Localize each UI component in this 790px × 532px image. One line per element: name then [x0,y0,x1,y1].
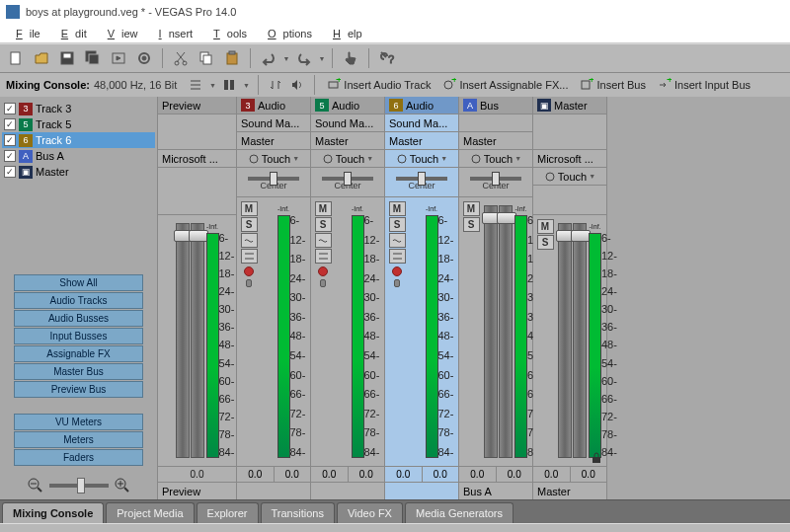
pan-control[interactable]: Center [311,168,384,197]
open-button[interactable] [30,46,53,70]
pan-control[interactable]: Center [459,168,532,197]
mute-button[interactable]: M [389,201,406,216]
redo-button[interactable] [292,46,316,70]
undo-dropdown[interactable]: ▼ [282,55,290,62]
speaker-button[interactable] [288,76,306,94]
help-button[interactable]: ? [375,46,399,70]
save-all-button[interactable] [81,46,105,70]
channel-output[interactable]: Master [533,482,606,499]
channel-output[interactable] [311,482,384,499]
save-button[interactable] [55,46,79,70]
tab-video-fx[interactable]: Video FX [337,502,403,523]
channel-output[interactable]: Preview [158,482,236,499]
track-row[interactable]: ✓3Track 3 [2,101,155,116]
channel-io-row[interactable]: Microsoft ... [533,150,606,168]
channel-fx-row[interactable]: Sound Ma... [237,114,310,132]
audio-busses-button[interactable]: Audio Busses [14,310,143,327]
fader[interactable] [558,223,572,458]
automation-touch[interactable]: Touch▼ [237,150,310,168]
solo-button[interactable]: S [315,217,332,232]
track-row[interactable]: ✓ABus A [2,148,155,164]
track-checkbox[interactable]: ✓ [4,150,16,162]
record-button[interactable] [392,266,402,276]
record-button[interactable] [318,266,328,276]
menu-tools[interactable]: Tools [199,26,254,41]
faders-button[interactable]: Faders [14,449,143,466]
fader[interactable] [191,223,204,458]
undo-button[interactable] [257,46,280,70]
cut-button[interactable] [169,46,193,70]
automation-touch[interactable]: Touch▼ [533,168,606,186]
insert-assignable-fx-button[interactable]: +Insert Assignable FX... [438,77,572,93]
tab-transitions[interactable]: Transitions [261,502,335,523]
vu-meters-button[interactable]: VU Meters [14,414,143,430]
channel-send-row[interactable]: Master [459,132,532,150]
new-button[interactable] [4,46,28,70]
overview-dropdown[interactable]: ▼ [242,82,250,89]
meters-button[interactable]: Meters [14,431,143,448]
tab-project-media[interactable]: Project Media [106,502,194,523]
phase-button[interactable] [241,249,258,264]
channel-header[interactable]: 5Audio [311,97,384,114]
show-all-button[interactable]: Show All [14,274,143,291]
tab-mixing-console[interactable]: Mixing Console [2,502,104,523]
channel-fx-row[interactable] [533,114,606,150]
channel-header[interactable]: 6Audio [385,97,458,114]
list-button[interactable] [187,76,204,94]
redo-dropdown[interactable]: ▼ [318,55,326,62]
preview-bus-button[interactable]: Preview Bus [14,381,143,398]
track-checkbox[interactable]: ✓ [4,134,16,146]
assignable-fx-button[interactable]: Assignable FX [14,345,143,362]
channel-send-row[interactable]: Master [311,132,384,150]
phase-button[interactable] [389,249,406,264]
render-button[interactable] [107,46,130,70]
menu-help[interactable]: Help [319,26,369,41]
channel-output[interactable] [237,482,310,499]
pan-control[interactable]: Center [385,168,458,197]
channel-send-row[interactable]: Master [237,132,310,150]
solo-button[interactable]: S [537,235,554,250]
dim-button[interactable] [267,76,284,94]
list-dropdown[interactable]: ▼ [208,82,216,89]
insert-bus-button[interactable]: +Insert Bus [576,77,650,93]
master-bus-button[interactable]: Master Bus [14,363,143,380]
fx-button[interactable] [389,233,406,248]
track-row[interactable]: ✓▣Master [2,164,155,180]
track-checkbox[interactable]: ✓ [4,118,16,130]
overview-button[interactable] [220,76,238,94]
solo-button[interactable]: S [241,217,258,232]
menu-view[interactable]: View [94,26,145,41]
fader[interactable] [573,223,587,458]
channel-output[interactable] [385,482,458,499]
menu-file[interactable]: File [2,26,47,41]
copy-button[interactable] [195,46,218,70]
channel-header[interactable]: Preview [158,97,236,114]
channel-fx-row[interactable] [459,114,532,132]
channel-output[interactable]: Bus A [459,482,532,499]
mute-button[interactable]: M [315,201,332,216]
automation-touch[interactable]: Touch▼ [459,150,532,168]
properties-button[interactable] [132,46,156,70]
tab-explorer[interactable]: Explorer [197,502,259,523]
pan-control[interactable]: Center [237,168,310,197]
solo-button[interactable]: S [389,217,406,232]
tab-media-generators[interactable]: Media Generators [405,502,514,523]
track-checkbox[interactable]: ✓ [4,103,16,114]
track-row[interactable]: ✓6Track 6 [2,132,155,148]
zoom-slider[interactable] [49,484,109,488]
phase-button[interactable] [315,249,332,264]
fader[interactable] [499,205,513,458]
fx-button[interactable] [241,233,258,248]
insert-input-bus-button[interactable]: +Insert Input Bus [654,77,754,93]
audio-tracks-button[interactable]: Audio Tracks [14,292,143,309]
record-button[interactable] [244,266,254,276]
track-checkbox[interactable]: ✓ [4,166,16,178]
menu-options[interactable]: Options [254,26,319,41]
mute-button[interactable]: M [241,201,258,216]
mute-button[interactable]: M [463,201,480,216]
lock-icon[interactable] [591,452,602,464]
fader[interactable] [484,205,498,458]
zoom-out-icon[interactable] [28,478,43,494]
menu-edit[interactable]: Edit [47,26,94,41]
automation-touch[interactable]: Touch▼ [385,150,458,168]
